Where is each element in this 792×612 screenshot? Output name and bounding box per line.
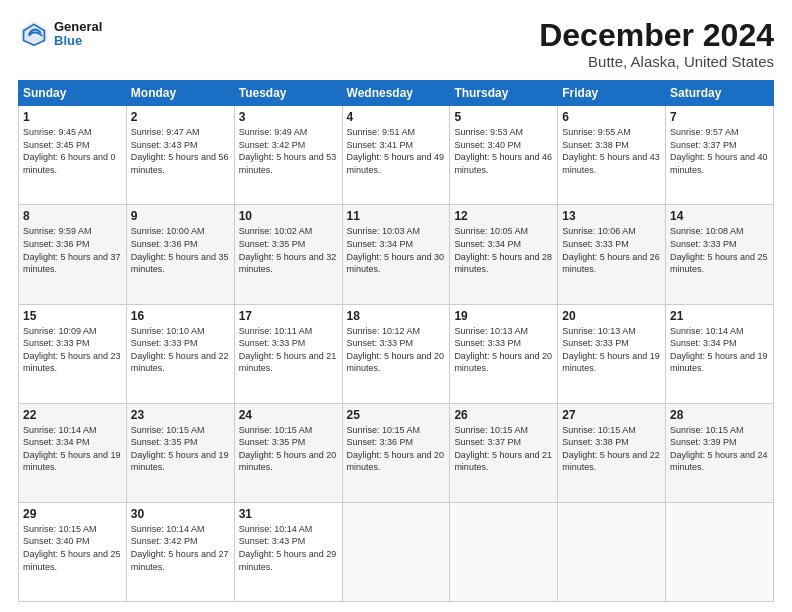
cell-week3-fri: 20 Sunrise: 10:13 AMSunset: 3:33 PMDayli… [558, 304, 666, 403]
day-number: 23 [131, 408, 230, 422]
logo-line2: Blue [54, 34, 102, 48]
day-detail: Sunrise: 9:51 AMSunset: 3:41 PMDaylight:… [347, 127, 445, 175]
day-detail: Sunrise: 10:03 AMSunset: 3:34 PMDaylight… [347, 226, 445, 274]
day-number: 3 [239, 110, 338, 124]
day-number: 24 [239, 408, 338, 422]
logo-line1: General [54, 20, 102, 34]
day-detail: Sunrise: 10:02 AMSunset: 3:35 PMDaylight… [239, 226, 337, 274]
cell-week4-thu: 26 Sunrise: 10:15 AMSunset: 3:37 PMDayli… [450, 403, 558, 502]
cell-week3-mon: 16 Sunrise: 10:10 AMSunset: 3:33 PMDayli… [126, 304, 234, 403]
day-detail: Sunrise: 10:15 AMSunset: 3:39 PMDaylight… [670, 425, 768, 473]
calendar-row-4: 22 Sunrise: 10:14 AMSunset: 3:34 PMDayli… [19, 403, 774, 502]
day-detail: Sunrise: 9:57 AMSunset: 3:37 PMDaylight:… [670, 127, 768, 175]
cell-week4-sun: 22 Sunrise: 10:14 AMSunset: 3:34 PMDayli… [19, 403, 127, 502]
day-detail: Sunrise: 10:10 AMSunset: 3:33 PMDaylight… [131, 326, 229, 374]
cell-week1-sun: 1 Sunrise: 9:45 AMSunset: 3:45 PMDayligh… [19, 106, 127, 205]
day-detail: Sunrise: 10:14 AMSunset: 3:34 PMDaylight… [670, 326, 768, 374]
cell-week2-thu: 12 Sunrise: 10:05 AMSunset: 3:34 PMDayli… [450, 205, 558, 304]
cell-week4-tue: 24 Sunrise: 10:15 AMSunset: 3:35 PMDayli… [234, 403, 342, 502]
day-detail: Sunrise: 10:15 AMSunset: 3:38 PMDaylight… [562, 425, 660, 473]
header-tuesday: Tuesday [234, 81, 342, 106]
cell-week5-sun: 29 Sunrise: 10:15 AMSunset: 3:40 PMDayli… [19, 502, 127, 601]
day-detail: Sunrise: 10:06 AMSunset: 3:33 PMDaylight… [562, 226, 660, 274]
day-number: 18 [347, 309, 446, 323]
title-block: December 2024 Butte, Alaska, United Stat… [539, 18, 774, 70]
day-number: 26 [454, 408, 553, 422]
logo: General Blue [18, 18, 102, 50]
day-number: 9 [131, 209, 230, 223]
day-number: 16 [131, 309, 230, 323]
cell-week4-fri: 27 Sunrise: 10:15 AMSunset: 3:38 PMDayli… [558, 403, 666, 502]
empty-cell [558, 502, 666, 601]
day-detail: Sunrise: 10:13 AMSunset: 3:33 PMDaylight… [562, 326, 660, 374]
day-detail: Sunrise: 10:15 AMSunset: 3:37 PMDaylight… [454, 425, 552, 473]
day-number: 20 [562, 309, 661, 323]
day-detail: Sunrise: 10:11 AMSunset: 3:33 PMDaylight… [239, 326, 337, 374]
calendar-row-3: 15 Sunrise: 10:09 AMSunset: 3:33 PMDayli… [19, 304, 774, 403]
day-number: 25 [347, 408, 446, 422]
day-detail: Sunrise: 10:05 AMSunset: 3:34 PMDaylight… [454, 226, 552, 274]
cell-week2-tue: 10 Sunrise: 10:02 AMSunset: 3:35 PMDayli… [234, 205, 342, 304]
day-detail: Sunrise: 9:53 AMSunset: 3:40 PMDaylight:… [454, 127, 552, 175]
cell-week1-fri: 6 Sunrise: 9:55 AMSunset: 3:38 PMDayligh… [558, 106, 666, 205]
empty-cell [342, 502, 450, 601]
header-thursday: Thursday [450, 81, 558, 106]
header-monday: Monday [126, 81, 234, 106]
day-detail: Sunrise: 10:08 AMSunset: 3:33 PMDaylight… [670, 226, 768, 274]
day-detail: Sunrise: 10:14 AMSunset: 3:43 PMDaylight… [239, 524, 337, 572]
logo-text: General Blue [54, 20, 102, 49]
day-detail: Sunrise: 9:59 AMSunset: 3:36 PMDaylight:… [23, 226, 121, 274]
cell-week2-sat: 14 Sunrise: 10:08 AMSunset: 3:33 PMDayli… [666, 205, 774, 304]
day-detail: Sunrise: 9:49 AMSunset: 3:42 PMDaylight:… [239, 127, 337, 175]
day-number: 7 [670, 110, 769, 124]
day-number: 2 [131, 110, 230, 124]
cell-week3-thu: 19 Sunrise: 10:13 AMSunset: 3:33 PMDayli… [450, 304, 558, 403]
empty-cell [666, 502, 774, 601]
cell-week4-mon: 23 Sunrise: 10:15 AMSunset: 3:35 PMDayli… [126, 403, 234, 502]
day-detail: Sunrise: 10:15 AMSunset: 3:36 PMDaylight… [347, 425, 445, 473]
header: General Blue December 2024 Butte, Alaska… [18, 18, 774, 70]
cell-week5-tue: 31 Sunrise: 10:14 AMSunset: 3:43 PMDayli… [234, 502, 342, 601]
day-number: 11 [347, 209, 446, 223]
cell-week2-sun: 8 Sunrise: 9:59 AMSunset: 3:36 PMDayligh… [19, 205, 127, 304]
page: General Blue December 2024 Butte, Alaska… [0, 0, 792, 612]
day-number: 14 [670, 209, 769, 223]
day-number: 4 [347, 110, 446, 124]
day-number: 5 [454, 110, 553, 124]
header-friday: Friday [558, 81, 666, 106]
day-number: 1 [23, 110, 122, 124]
calendar-table: Sunday Monday Tuesday Wednesday Thursday… [18, 80, 774, 602]
day-number: 22 [23, 408, 122, 422]
day-detail: Sunrise: 10:00 AMSunset: 3:36 PMDaylight… [131, 226, 229, 274]
calendar-row-1: 1 Sunrise: 9:45 AMSunset: 3:45 PMDayligh… [19, 106, 774, 205]
logo-icon [18, 18, 50, 50]
cell-week4-wed: 25 Sunrise: 10:15 AMSunset: 3:36 PMDayli… [342, 403, 450, 502]
day-number: 21 [670, 309, 769, 323]
cell-week5-mon: 30 Sunrise: 10:14 AMSunset: 3:42 PMDayli… [126, 502, 234, 601]
cell-week3-wed: 18 Sunrise: 10:12 AMSunset: 3:33 PMDayli… [342, 304, 450, 403]
day-detail: Sunrise: 9:45 AMSunset: 3:45 PMDaylight:… [23, 127, 116, 175]
day-number: 27 [562, 408, 661, 422]
cell-week3-sat: 21 Sunrise: 10:14 AMSunset: 3:34 PMDayli… [666, 304, 774, 403]
day-number: 8 [23, 209, 122, 223]
cell-week1-sat: 7 Sunrise: 9:57 AMSunset: 3:37 PMDayligh… [666, 106, 774, 205]
day-number: 28 [670, 408, 769, 422]
day-number: 6 [562, 110, 661, 124]
calendar-row-5: 29 Sunrise: 10:15 AMSunset: 3:40 PMDayli… [19, 502, 774, 601]
day-number: 30 [131, 507, 230, 521]
day-detail: Sunrise: 10:13 AMSunset: 3:33 PMDaylight… [454, 326, 552, 374]
day-number: 10 [239, 209, 338, 223]
calendar-row-2: 8 Sunrise: 9:59 AMSunset: 3:36 PMDayligh… [19, 205, 774, 304]
day-detail: Sunrise: 10:15 AMSunset: 3:40 PMDaylight… [23, 524, 121, 572]
day-number: 31 [239, 507, 338, 521]
day-detail: Sunrise: 10:09 AMSunset: 3:33 PMDaylight… [23, 326, 121, 374]
day-detail: Sunrise: 10:14 AMSunset: 3:34 PMDaylight… [23, 425, 121, 473]
day-number: 19 [454, 309, 553, 323]
calendar-header-row: Sunday Monday Tuesday Wednesday Thursday… [19, 81, 774, 106]
day-number: 17 [239, 309, 338, 323]
day-detail: Sunrise: 10:14 AMSunset: 3:42 PMDaylight… [131, 524, 229, 572]
subtitle: Butte, Alaska, United States [539, 53, 774, 70]
day-detail: Sunrise: 10:15 AMSunset: 3:35 PMDaylight… [239, 425, 337, 473]
empty-cell [450, 502, 558, 601]
cell-week1-mon: 2 Sunrise: 9:47 AMSunset: 3:43 PMDayligh… [126, 106, 234, 205]
